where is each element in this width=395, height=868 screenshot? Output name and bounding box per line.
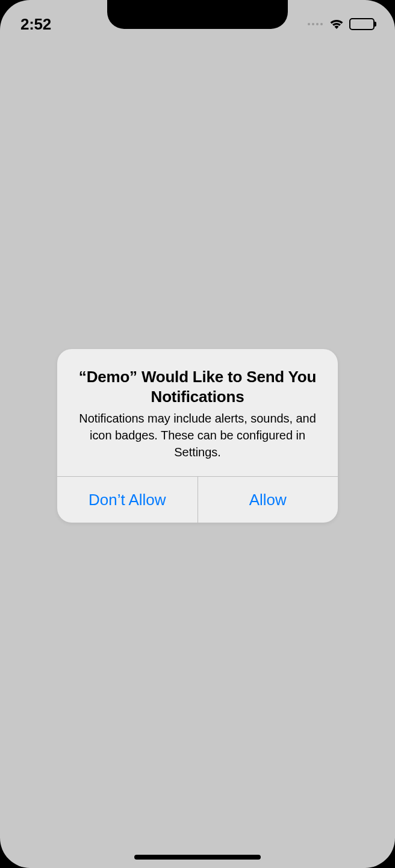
screen: 2:52 “Demo” Would Like to Send You Notif… xyxy=(0,0,395,868)
status-time: 2:52 xyxy=(20,9,51,34)
alert-buttons: Don’t Allow Allow xyxy=(57,476,338,523)
alert-title: “Demo” Would Like to Send You Notificati… xyxy=(73,367,322,406)
allow-button[interactable]: Allow xyxy=(198,477,338,523)
wifi-icon xyxy=(329,18,344,30)
battery-icon xyxy=(349,18,375,30)
notification-permission-alert: “Demo” Would Like to Send You Notificati… xyxy=(57,349,338,523)
cellular-dots-icon xyxy=(308,23,323,25)
alert-body: “Demo” Would Like to Send You Notificati… xyxy=(57,349,338,476)
device-notch xyxy=(107,0,288,29)
status-indicators xyxy=(308,12,375,30)
home-indicator[interactable] xyxy=(134,855,261,860)
dont-allow-button[interactable]: Don’t Allow xyxy=(57,477,198,523)
alert-message: Notifications may include alerts, sounds… xyxy=(73,410,322,461)
